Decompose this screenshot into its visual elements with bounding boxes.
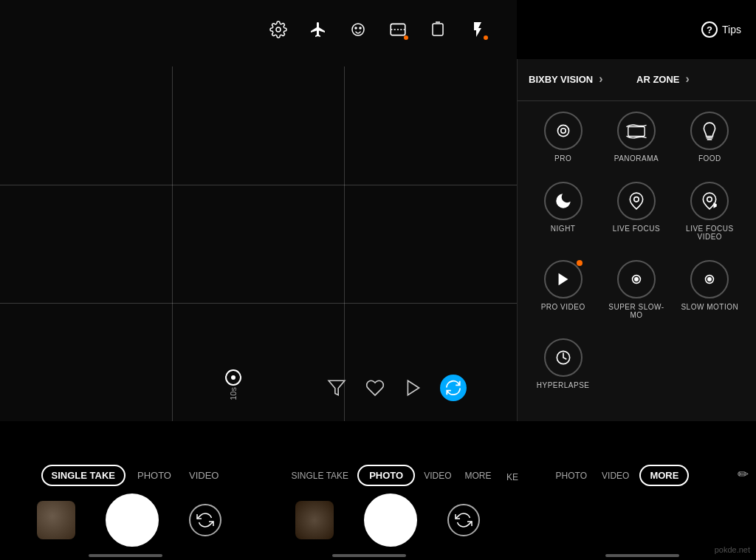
tab-photo-left[interactable]: PHOTO xyxy=(131,466,177,485)
mode-slow-motion[interactable]: SLOW MOTION xyxy=(676,253,744,327)
svg-marker-8 xyxy=(408,380,419,395)
aspect-ratio-dot xyxy=(404,35,408,40)
timer-display: 10s xyxy=(225,369,241,400)
settings-icon[interactable] xyxy=(267,18,290,41)
live-focus-video-label: LIVE FOCUS VIDEO xyxy=(678,225,741,241)
hyperlapse-label: HYPERLAPSE xyxy=(537,381,590,389)
edit-icon[interactable]: ✏ xyxy=(738,466,749,482)
svg-point-10 xyxy=(560,129,566,134)
mode-hyperlapse[interactable]: HYPERLAPSE xyxy=(529,331,597,397)
live-focus-video-icon xyxy=(690,182,729,220)
food-label: FOOD xyxy=(698,154,721,163)
shutter-button-center[interactable] xyxy=(364,494,417,547)
toolbar-right: ? Tips xyxy=(701,21,741,38)
bixby-chevron-icon: › xyxy=(599,72,602,86)
ar-zone-button[interactable]: AR ZONE › xyxy=(636,72,744,86)
ar-zone-label: AR ZONE xyxy=(636,74,680,85)
tips-label: Tips xyxy=(722,24,741,35)
watermark-text: pokde.net xyxy=(709,539,756,560)
flash-dot xyxy=(484,35,488,40)
thumbnail-center[interactable] xyxy=(295,501,334,539)
pro-video-icon xyxy=(544,260,583,298)
mode-live-focus[interactable]: LIVE FOCUS xyxy=(602,174,670,248)
shutter-button-left[interactable] xyxy=(106,494,159,547)
right-panel: BIXBY VISION › AR ZONE › PRO xyxy=(517,59,756,421)
live-focus-icon xyxy=(617,182,656,220)
pro-icon xyxy=(544,112,583,150)
thumbnail-image-center xyxy=(295,501,334,539)
flip-camera-button-center[interactable] xyxy=(447,504,480,536)
mode-grid: PRO PANORAMA FOOD xyxy=(517,104,756,397)
super-slow-mo-icon xyxy=(617,260,656,298)
bottom-center-icons xyxy=(325,375,467,401)
action-icon[interactable] xyxy=(440,375,467,401)
pro-label: PRO xyxy=(554,154,571,163)
mode-super-slow-mo[interactable]: SUPER SLOW-MO xyxy=(602,253,670,327)
svg-point-0 xyxy=(276,27,281,32)
bixby-vision-label: BIXBY VISION xyxy=(529,74,593,85)
ar-zone-chevron-icon: › xyxy=(686,72,690,86)
svg-point-2 xyxy=(355,27,357,29)
tab-video-right[interactable]: VIDEO xyxy=(597,467,633,485)
pro-video-label: PRO VIDEO xyxy=(541,303,585,311)
super-slow-mo-label: SUPER SLOW-MO xyxy=(605,303,667,319)
ar-icon[interactable] xyxy=(363,376,387,400)
top-toolbar: ? Tips xyxy=(0,0,756,59)
panel-divider xyxy=(517,100,756,101)
timer-icon[interactable] xyxy=(426,18,450,41)
svg-point-18 xyxy=(635,278,638,281)
nav-bar-center xyxy=(332,554,406,557)
panel-separator xyxy=(517,59,518,421)
filters-icon[interactable] xyxy=(325,376,348,400)
timer-circle-icon xyxy=(225,369,241,386)
mode-tabs-left: SINGLE TAKE PHOTO VIDEO xyxy=(0,465,266,486)
camera-controls-center xyxy=(258,494,517,547)
thumbnail-image-left xyxy=(37,501,75,539)
svg-point-9 xyxy=(557,125,568,136)
tab-single-take-left[interactable]: SINGLE TAKE xyxy=(41,465,126,486)
tips-circle-icon: ? xyxy=(701,21,718,38)
flip-camera-button-left[interactable] xyxy=(189,504,221,536)
food-icon xyxy=(690,112,729,150)
mode-pro-video[interactable]: PRO VIDEO xyxy=(529,253,597,327)
tab-more-center[interactable]: MORE xyxy=(460,467,495,485)
tab-photo-center[interactable]: PHOTO xyxy=(357,465,415,486)
slow-motion-icon xyxy=(690,260,729,298)
flash-icon[interactable] xyxy=(466,18,489,41)
mode-pro[interactable]: PRO xyxy=(529,104,597,170)
panorama-label: PANORAMA xyxy=(614,154,659,163)
bixby-vision-button[interactable]: BIXBY VISION › xyxy=(529,72,636,86)
night-icon xyxy=(544,182,583,220)
aspect-ratio-icon[interactable] xyxy=(386,18,410,41)
svg-rect-11 xyxy=(628,126,645,136)
svg-point-14 xyxy=(634,197,639,202)
nav-bar-left xyxy=(89,554,162,557)
mode-night[interactable]: NIGHT xyxy=(529,174,597,248)
tips-button[interactable]: ? Tips xyxy=(701,21,741,38)
svg-marker-16 xyxy=(558,273,568,286)
watermark: pokde.net xyxy=(608,486,756,560)
panorama-icon xyxy=(617,112,656,150)
airplane-icon[interactable] xyxy=(306,18,330,41)
toolbar-center-icons xyxy=(267,18,489,41)
thumbnail-left[interactable] xyxy=(37,501,75,539)
timer-value: 10s xyxy=(229,387,238,400)
night-label: NIGHT xyxy=(551,225,576,233)
slow-motion-label: SLOW MOTION xyxy=(681,303,738,311)
live-focus-label: LIVE FOCUS xyxy=(613,225,660,233)
tab-more-right[interactable]: MORE xyxy=(639,465,689,486)
camera-controls-left xyxy=(0,494,258,547)
mode-tabs-right: PHOTO VIDEO MORE xyxy=(517,465,724,486)
mode-food[interactable]: FOOD xyxy=(676,104,744,170)
tab-video-left[interactable]: VIDEO xyxy=(183,466,224,485)
tab-photo-right[interactable]: PHOTO xyxy=(551,467,591,485)
tab-single-take-center[interactable]: SINGLE TAKE xyxy=(287,467,354,485)
svg-point-20 xyxy=(708,278,711,281)
mode-live-focus-video[interactable]: LIVE FOCUS VIDEO xyxy=(676,174,744,248)
grid-overlay xyxy=(0,66,517,421)
effects-icon[interactable] xyxy=(402,376,425,400)
tab-video-center[interactable]: VIDEO xyxy=(419,467,456,485)
face-icon[interactable] xyxy=(346,18,370,41)
mode-panorama[interactable]: PANORAMA xyxy=(602,104,670,170)
pro-video-dot xyxy=(577,260,583,266)
